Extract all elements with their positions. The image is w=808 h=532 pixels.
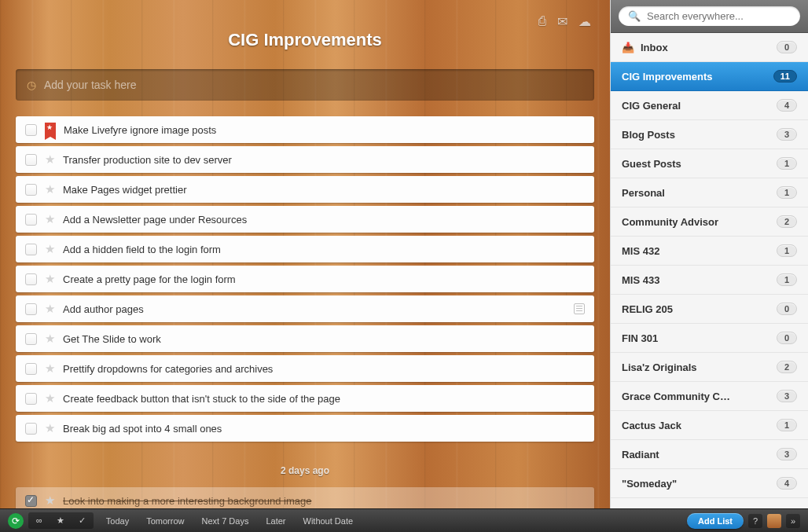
star-icon[interactable]: ★ — [45, 182, 55, 196]
task-checkbox[interactable] — [25, 303, 37, 315]
list-name: Lisa'z Originals — [622, 361, 697, 373]
task-item[interactable]: Make Livefyre ignore image posts — [16, 116, 594, 143]
list-count-badge: 0 — [777, 41, 797, 53]
print-icon[interactable]: ⎙ — [538, 14, 546, 29]
main-panel: ⎙ ✉ ☁ CIG Improvements ◷ Make Livefyre i… — [0, 0, 610, 508]
list-name: FIN 301 — [622, 332, 658, 344]
task-item[interactable]: ★Add author pages — [16, 295, 594, 322]
list-count-badge: 3 — [777, 390, 797, 402]
starred-icon[interactable]: ★ — [50, 514, 71, 527]
star-icon[interactable]: ★ — [45, 421, 55, 435]
inbox-icon: 📥 — [622, 42, 634, 53]
task-item[interactable]: ★Create feedback button that isn't stuck… — [16, 385, 594, 412]
note-icon[interactable] — [574, 303, 585, 314]
star-icon[interactable]: ★ — [45, 361, 55, 376]
task-item[interactable]: ★Make Pages widget prettier — [16, 176, 594, 203]
task-item[interactable]: ★Create a pretty page for the login form — [16, 266, 594, 292]
task-checkbox[interactable] — [25, 273, 37, 285]
star-icon[interactable]: ★ — [45, 493, 55, 508]
task-text: Get The Slide to work — [63, 333, 585, 345]
date-filter-button[interactable]: Today — [98, 513, 137, 529]
list-name: Radiant — [622, 449, 659, 460]
add-list-button[interactable]: Add List — [687, 513, 744, 529]
sidebar-list-item[interactable]: FIN 3010 — [611, 324, 808, 353]
task-checkbox[interactable] — [25, 244, 37, 255]
task-item[interactable]: ★Get The Slide to work — [16, 325, 594, 352]
expand-button[interactable]: » — [786, 514, 800, 528]
sidebar-list-item[interactable]: Cactus Jack1 — [611, 411, 808, 440]
sidebar-list-item[interactable]: "Someday"4 — [611, 469, 808, 498]
sidebar-list-item[interactable]: RELIG 2050 — [611, 295, 808, 324]
sidebar-list-item[interactable]: MIS 4321 — [611, 237, 808, 266]
search-input[interactable] — [647, 10, 791, 22]
task-checkbox[interactable] — [25, 363, 37, 375]
date-filter-button[interactable]: Later — [258, 513, 293, 529]
task-list: Make Livefyre ignore image posts★Transfe… — [16, 116, 594, 442]
task-text: Add a hidden field to the login form — [63, 244, 585, 255]
star-icon[interactable]: ★ — [45, 391, 55, 405]
page-title: CIG Improvements — [16, 0, 594, 69]
email-icon[interactable]: ✉ — [557, 14, 567, 29]
sidebar-list-item[interactable]: Personal1 — [611, 178, 808, 207]
add-task-input[interactable] — [44, 79, 583, 91]
task-text: Break big ad spot into 4 small ones — [63, 423, 585, 435]
task-checkbox[interactable] — [25, 423, 37, 435]
sidebar-list-item[interactable]: MIS 4331 — [611, 266, 808, 295]
task-checkbox[interactable] — [25, 393, 37, 405]
task-checkbox[interactable] — [25, 184, 37, 196]
date-filter-button[interactable]: Next 7 Days — [194, 513, 257, 529]
date-filter-button[interactable]: Without Date — [296, 513, 362, 529]
done-section-label: 2 days ago — [16, 442, 594, 487]
star-icon[interactable]: ★ — [45, 332, 55, 346]
search-box[interactable]: 🔍 — [619, 6, 800, 26]
help-button[interactable]: ? — [748, 514, 762, 528]
task-item[interactable]: ★Add a Newsletter page under Resources — [16, 206, 594, 233]
task-checkbox[interactable] — [25, 495, 37, 507]
star-icon[interactable]: ★ — [45, 242, 55, 256]
star-icon[interactable]: ★ — [45, 272, 55, 286]
done-icon[interactable]: ✓ — [72, 514, 92, 527]
background-button[interactable] — [767, 514, 781, 528]
list-count-badge: 2 — [777, 361, 797, 373]
star-icon[interactable]: ★ — [45, 212, 55, 226]
task-item[interactable]: ★Transfer production site to dev server — [16, 146, 594, 173]
task-text: Look into making a more interesting back… — [63, 495, 585, 507]
sync-button[interactable]: ⟳ — [8, 513, 24, 529]
task-checkbox[interactable] — [25, 154, 37, 166]
task-item-done[interactable]: ★Look into making a more interesting bac… — [16, 487, 594, 508]
sidebar-list-item[interactable]: CIG Improvements11 — [611, 62, 808, 91]
sidebar-list-item[interactable]: Blog Posts3 — [611, 120, 808, 149]
sidebar-list-item[interactable]: Grace Community C…3 — [611, 382, 808, 411]
sidebar-list-item[interactable]: Community Advisor2 — [611, 207, 808, 237]
task-checkbox[interactable] — [25, 333, 37, 345]
task-item[interactable]: ★Break big ad spot into 4 small ones — [16, 415, 594, 442]
cloud-icon[interactable]: ☁ — [578, 14, 591, 29]
list-name: CIG General — [622, 100, 681, 112]
all-icon[interactable]: ∞ — [30, 514, 49, 527]
sidebar-list-item[interactable]: Lisa'z Originals2 — [611, 353, 808, 382]
task-item[interactable]: ★Add a hidden field to the login form — [16, 236, 594, 262]
list-count-badge: 4 — [777, 477, 797, 490]
list-count-badge: 1 — [777, 186, 797, 199]
sidebar-list-item[interactable]: CIG General4 — [611, 91, 808, 120]
sidebar-list-item[interactable]: Radiant3 — [611, 440, 808, 469]
list-count-badge: 1 — [777, 244, 797, 257]
view-mode-group: ∞ ★ ✓ — [28, 512, 94, 529]
sidebar-list-item[interactable]: 📥Inbox0 — [611, 33, 808, 62]
flag-icon[interactable] — [45, 123, 56, 137]
star-icon[interactable]: ★ — [45, 302, 55, 316]
star-icon[interactable]: ★ — [45, 152, 55, 167]
task-checkbox[interactable] — [25, 124, 37, 136]
date-filter-button[interactable]: Tomorrow — [138, 513, 192, 529]
bottom-bar: ⟳ ∞ ★ ✓ TodayTomorrowNext 7 DaysLaterWit… — [0, 508, 808, 532]
sidebar-list-item[interactable]: Guest Posts1 — [611, 149, 808, 178]
sidebar-header: 🔍 — [611, 0, 808, 33]
list-name: Cactus Jack — [622, 420, 681, 431]
task-item[interactable]: ★Prettify dropdowns for categories and a… — [16, 355, 594, 382]
list-count-badge: 1 — [777, 273, 797, 286]
task-checkbox[interactable] — [25, 214, 37, 226]
task-text: Prettify dropdowns for categories and ar… — [63, 363, 585, 375]
add-task-box[interactable]: ◷ — [16, 69, 594, 101]
list-count-badge: 0 — [777, 332, 797, 344]
list-name: MIS 432 — [622, 245, 659, 257]
